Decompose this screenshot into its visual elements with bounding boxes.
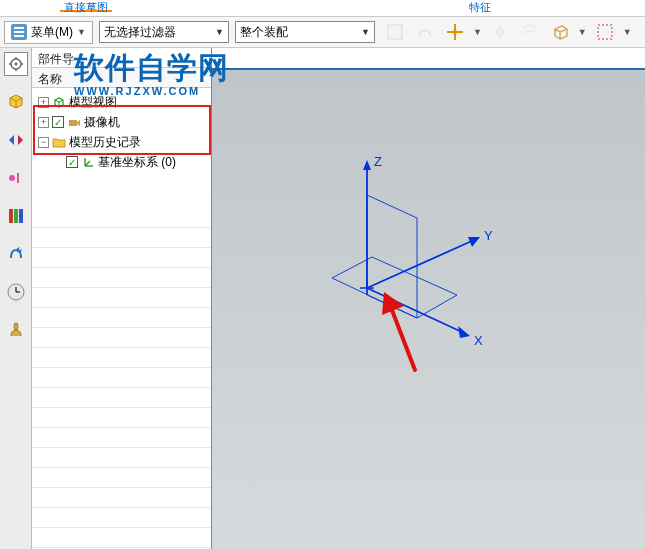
settings-icon[interactable] [4, 52, 28, 76]
red-arrow-annotation [382, 292, 415, 370]
roles-icon[interactable] [4, 318, 28, 342]
tab-feature[interactable]: 特征 [465, 0, 495, 12]
svg-line-29 [367, 240, 474, 288]
select-edge-icon[interactable] [413, 20, 437, 44]
toolbar-icon-group: ▼ ▼ ▼ [383, 20, 632, 44]
svg-point-9 [14, 63, 17, 66]
axis-x-label: X [474, 333, 483, 348]
select-face-icon[interactable] [383, 20, 407, 44]
main-toolbar: 菜单(M) ▼ 无选择过滤器 ▼ 整个装配 ▼ ▼ ▼ [0, 16, 645, 48]
top-tabs: 直接草图 特征 [0, 0, 645, 12]
snap-mid-icon[interactable] [488, 20, 512, 44]
axis-y-label: Y [484, 228, 493, 243]
svg-point-14 [9, 175, 15, 181]
tree-node-history[interactable]: − 模型历史记录 [32, 132, 211, 152]
collapse-icon[interactable]: − [38, 137, 49, 148]
folder-icon [52, 135, 66, 149]
svg-point-19 [16, 248, 21, 253]
tree-node-datum-csys[interactable]: ✓ 基准坐标系 (0) [32, 152, 211, 172]
tree-label: 模型视图 [69, 94, 117, 111]
curve-net-icon[interactable] [518, 20, 542, 44]
tab-direct-sketch[interactable]: 直接草图 [60, 0, 112, 12]
reuse-library-icon[interactable] [4, 204, 28, 228]
svg-line-30 [367, 288, 464, 333]
hd3d-icon[interactable] [4, 242, 28, 266]
tree-label: 摄像机 [84, 114, 120, 131]
tree-label: 模型历史记录 [69, 134, 141, 151]
svg-rect-17 [14, 209, 18, 223]
menu-button[interactable]: 菜单(M) ▼ [4, 21, 93, 44]
empty-list-rows [32, 208, 211, 549]
viewport-canvas: Z Y X [212, 70, 645, 549]
tree-node-camera[interactable]: + ✓ 摄像机 [32, 112, 211, 132]
snap-point-icon[interactable] [443, 20, 467, 44]
left-icon-strip [0, 48, 32, 549]
panel-header: 部件导 [32, 48, 211, 68]
tree-node-model-view[interactable]: + 模型视图 [32, 92, 211, 112]
assembly-scope-value: 整个装配 [240, 24, 288, 41]
chevron-down-icon: ▼ [77, 27, 86, 37]
chevron-down-icon[interactable]: ▼ [578, 27, 587, 37]
expand-icon[interactable]: + [38, 117, 49, 128]
chevron-down-icon[interactable]: ▼ [623, 27, 632, 37]
box-icon[interactable] [548, 20, 572, 44]
svg-rect-24 [69, 120, 77, 126]
camera-icon [67, 115, 81, 129]
menu-label: 菜单(M) [31, 24, 73, 41]
svg-point-20 [19, 248, 21, 250]
axis-z-label: Z [374, 154, 382, 169]
checkbox-checked-icon[interactable]: ✓ [52, 116, 64, 128]
svg-rect-7 [598, 25, 612, 39]
svg-rect-15 [17, 173, 19, 183]
assembly-navigator-icon[interactable] [4, 90, 28, 114]
svg-point-3 [453, 30, 457, 34]
history-icon[interactable] [4, 280, 28, 304]
column-header-name[interactable]: 名称 [32, 68, 211, 88]
cube-green-icon [52, 95, 66, 109]
assembly-scope-combo[interactable]: 整个装配 ▼ [235, 21, 375, 43]
chevron-down-icon[interactable]: ▼ [473, 27, 482, 37]
chevron-down-icon: ▼ [209, 27, 224, 37]
checkbox-checked-icon[interactable]: ✓ [66, 156, 78, 168]
constraint-navigator-icon[interactable] [4, 128, 28, 152]
csys-icon [81, 155, 95, 169]
graphics-viewport[interactable]: Z Y X [212, 70, 645, 549]
model-tree: + 模型视图 + ✓ 摄像机 − 模型历史记录 ✓ 基准坐标系 (0) [32, 88, 211, 176]
tree-label: 基准坐标系 (0) [98, 154, 176, 171]
selection-filter-value: 无选择过滤器 [104, 24, 176, 41]
selection-filter-combo[interactable]: 无选择过滤器 ▼ [99, 21, 229, 43]
svg-rect-18 [19, 209, 23, 223]
part-navigator-panel: 部件导 名称 + 模型视图 + ✓ 摄像机 − 模型历史记录 ✓ 基准坐标系 (… [32, 48, 212, 549]
svg-line-27 [85, 161, 90, 166]
part-navigator-icon[interactable] [4, 166, 28, 190]
menu-icon [11, 24, 27, 40]
dashed-box-icon[interactable] [593, 20, 617, 44]
svg-rect-16 [9, 209, 13, 223]
expand-icon[interactable]: + [38, 97, 49, 108]
chevron-down-icon: ▼ [355, 27, 370, 37]
